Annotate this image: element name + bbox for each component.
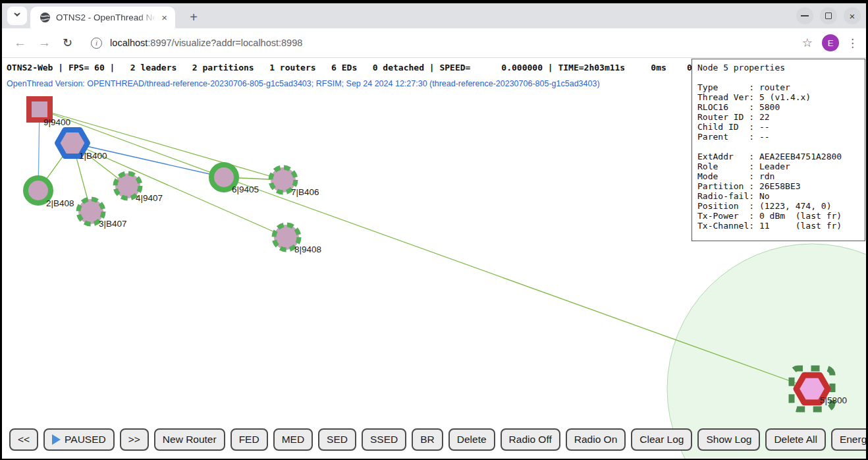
node-label: 7|B406 — [291, 187, 319, 197]
toolbar-button-energy-stats[interactable]: Energy-stats↗ — [831, 428, 866, 451]
toolbar-button-label: BR — [420, 434, 435, 446]
node-label: 5|5800 — [820, 395, 847, 405]
toolbar-button-label: New Router — [163, 434, 217, 446]
tab-title: OTNS2 - OpenThread Ne — [56, 13, 156, 22]
new-tab-button[interactable]: + — [185, 9, 202, 26]
node-label: 8|9408 — [294, 244, 321, 254]
node-label: 3|B407 — [99, 219, 127, 229]
toolbar-button-ssed[interactable]: SSED — [362, 428, 406, 451]
toolbar-button-label: Delete All — [774, 434, 817, 446]
toolbar-button-label: SED — [327, 434, 348, 446]
toolbar-button-label: FED — [239, 434, 259, 446]
node-label: 6|9405 — [232, 185, 259, 194]
toolbar-button-new-router[interactable]: New Router — [154, 428, 225, 451]
reload-icon[interactable]: ↻ — [63, 36, 72, 50]
node-label: 2|B408 — [46, 198, 74, 208]
node-8[interactable]: 8|9408 — [274, 225, 321, 254]
toolbar-button-paused[interactable]: PAUSED — [43, 428, 115, 451]
openthread-version-line: OpenThread Version: OPENTHREAD/thread-re… — [7, 79, 600, 88]
toolbar-button-label: Radio On — [574, 434, 617, 446]
node-4[interactable]: 4|9407 — [115, 173, 163, 203]
node-2[interactable]: 2|B408 — [26, 178, 74, 208]
toolbar-button-label: << — [18, 434, 30, 446]
node-9[interactable]: 9|9400 — [29, 99, 70, 127]
url-host: localhost — [110, 38, 148, 48]
radio-range-circle — [667, 244, 866, 459]
minimize-icon — [801, 15, 809, 16]
url-path: :8997/visualize?addr=localhost:8998 — [148, 38, 302, 48]
url-text: localhost:8997/visualize?addr=localhost:… — [110, 38, 302, 48]
node-properties-body: Type : router Thread Ver: 5 (v1.4.x) RLO… — [697, 82, 859, 231]
back-icon[interactable]: ← — [14, 36, 26, 50]
window-close-button[interactable]: × — [844, 7, 861, 24]
toolbar-button-med[interactable]: MED — [273, 428, 313, 451]
toolbar-button-label: PAUSED — [65, 434, 106, 446]
bookmark-star-icon[interactable]: ☆ — [802, 36, 813, 50]
toolbar-button-sed[interactable]: SED — [318, 428, 356, 451]
toolbar-button-fed[interactable]: FED — [231, 428, 268, 451]
window-maximize-button[interactable] — [820, 7, 837, 24]
node-1[interactable]: 1|B400 — [57, 130, 107, 161]
toolbar-button-[interactable]: << — [9, 428, 38, 451]
chevron-down-icon — [14, 14, 20, 18]
toolbar-button-delete-all[interactable]: Delete All — [765, 428, 825, 451]
simulation-toolbar: <<PAUSED>>New RouterFEDMEDSEDSSEDBRDelet… — [9, 428, 866, 451]
browser-window: OTNS2 - OpenThread Ne × + × ← → ↻ i loca… — [2, 3, 866, 459]
toolbar-button-delete[interactable]: Delete — [448, 428, 495, 451]
url-input[interactable]: i localhost:8997/visualize?addr=localhos… — [82, 32, 797, 54]
site-info-icon[interactable]: i — [91, 38, 102, 49]
window-minimize-button[interactable] — [796, 7, 813, 24]
otns-visualizer-page: 9|94001|B4002|B4083|B4074|94076|94057|B4… — [2, 58, 866, 459]
toolbar-button-radio-off[interactable]: Radio Off — [501, 428, 560, 451]
tab-close-icon[interactable]: × — [159, 11, 170, 24]
play-icon — [52, 434, 61, 445]
node-3[interactable]: 3|B407 — [78, 199, 127, 229]
browser-menu-icon[interactable]: ⋮ — [847, 36, 858, 50]
node-properties-title: Node 5 properties — [697, 63, 859, 72]
toolbar-button-label: Clear Log — [639, 434, 684, 446]
maximize-icon — [825, 13, 832, 19]
toolbar-button-br[interactable]: BR — [412, 428, 443, 451]
node-label: 4|9407 — [136, 193, 163, 203]
toolbar-button-label: MED — [282, 434, 304, 446]
toolbar-button-label: Show Log — [706, 434, 751, 446]
address-bar: ← → ↻ i localhost:8997/visualize?addr=lo… — [2, 28, 866, 58]
toolbar-button-clear-log[interactable]: Clear Log — [631, 428, 692, 451]
toolbar-button-label: Delete — [457, 434, 487, 446]
toolbar-button-label: >> — [128, 434, 140, 446]
title-bar: OTNS2 - OpenThread Ne × + × — [2, 3, 866, 28]
simulation-status-bar: OTNS2-Web | FPS= 60 | 2 leaders 2 partit… — [7, 63, 703, 72]
node-label: 1|B400 — [79, 151, 107, 161]
toolbar-button-radio-on[interactable]: Radio On — [566, 428, 626, 451]
toolbar-button-label: SSED — [370, 434, 398, 446]
node-6[interactable]: 6|9405 — [211, 165, 259, 194]
toolbar-button-[interactable]: >> — [120, 428, 149, 451]
node-7[interactable]: 7|B406 — [271, 167, 319, 197]
forward-icon[interactable]: → — [38, 36, 51, 50]
toolbar-button-show-log[interactable]: Show Log — [697, 428, 760, 451]
toolbar-button-label: Energy-stats — [840, 434, 866, 446]
tab-search-button[interactable] — [7, 7, 27, 25]
node-label: 9|9400 — [43, 117, 70, 127]
toolbar-button-label: Radio Off — [509, 434, 552, 446]
tab-favicon-globe-icon — [40, 12, 51, 23]
browser-tab[interactable]: OTNS2 - OpenThread Ne × — [30, 7, 175, 28]
node-properties-panel: Node 5 properties Type : router Thread V… — [692, 59, 865, 241]
profile-avatar[interactable]: E — [822, 34, 839, 51]
